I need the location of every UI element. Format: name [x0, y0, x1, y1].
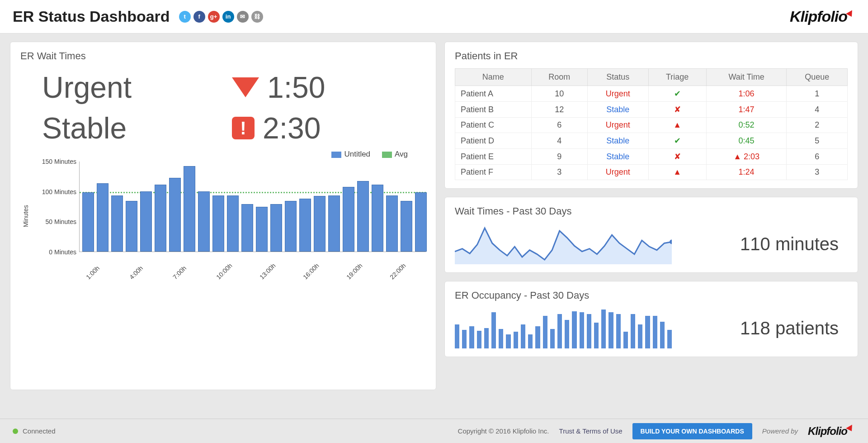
chart-xaxis: 1:00h4:00h7:00h10:00h13:00h16:00h19:00h2… — [78, 270, 426, 297]
table-row: Patient D4Stable✔0:455 — [455, 133, 848, 149]
occupancy-card: ER Occupancy - Past 30 Days 118 patients — [444, 281, 858, 357]
brand-triangle-icon — [846, 424, 855, 433]
twitter-icon[interactable]: t — [179, 11, 191, 23]
spark-wait-title: Wait Times - Past 30 Days — [455, 205, 848, 217]
mini-bar — [594, 323, 599, 348]
bar — [343, 187, 354, 252]
mini-bar — [499, 329, 503, 348]
bar — [126, 201, 137, 252]
mini-bar — [623, 332, 628, 348]
mini-bar — [645, 316, 650, 348]
mini-bar — [601, 310, 606, 348]
chart-legend: Untitled Avg — [20, 150, 408, 159]
bar — [212, 195, 224, 252]
footer: Connected Copyright © 2016 Klipfolio Inc… — [0, 419, 868, 443]
table-row: Patient F3Urgent▲1:243 — [455, 165, 848, 180]
powered-by-label: Powered by — [762, 427, 798, 435]
urgent-label: Urgent — [42, 70, 232, 105]
urgent-value: 1:50 — [232, 70, 426, 105]
column-header: Wait Time — [706, 69, 787, 86]
column-header: Queue — [787, 69, 848, 86]
sparkline-chart — [455, 224, 672, 264]
topbar: ER Status Dashboard t f g+ in ✉ ⛓ Klipfo… — [0, 0, 868, 33]
bar — [241, 204, 253, 252]
mini-bar — [660, 322, 665, 348]
column-header: Room — [531, 69, 587, 86]
link-icon[interactable]: ⛓ — [251, 11, 263, 23]
brand-logo: Klipfolio — [790, 8, 855, 25]
bar — [256, 207, 268, 252]
mini-bar — [469, 326, 474, 348]
spark-wait-value: 110 minutes — [740, 234, 839, 254]
bar — [111, 195, 123, 252]
mini-bar — [667, 330, 672, 348]
bar — [415, 192, 427, 252]
patients-title: Patients in ER — [455, 50, 848, 62]
stable-label: Stable — [42, 111, 232, 145]
mini-bar — [543, 316, 547, 348]
mini-bar — [616, 314, 621, 348]
bar — [386, 195, 398, 252]
share-icons: t f g+ in ✉ ⛓ — [179, 11, 263, 23]
footer-brand-logo: Klipfolio — [808, 425, 855, 438]
mini-bar — [550, 329, 555, 348]
column-header: Status — [587, 69, 648, 86]
mini-bar — [535, 326, 540, 348]
bar — [169, 178, 181, 252]
stable-value: ! 2:30 — [232, 111, 426, 145]
googleplus-icon[interactable]: g+ — [208, 11, 220, 23]
terms-link[interactable]: Trust & Terms of Use — [559, 427, 623, 435]
bar — [184, 166, 195, 252]
bar — [270, 204, 282, 252]
table-row: Patient B12Stable✘1:474 — [455, 102, 848, 118]
bar — [227, 195, 239, 252]
table-row: Patient C6Urgent▲0:522 — [455, 118, 848, 133]
brand-triangle-icon — [846, 10, 855, 18]
mini-bar — [580, 312, 584, 348]
connected-dot-icon — [13, 429, 18, 434]
spark-wait-card: Wait Times - Past 30 Days 110 minutes — [444, 197, 858, 273]
table-row: Patient A10Urgent✔1:061 — [455, 86, 848, 102]
mini-bar — [477, 331, 481, 348]
bar — [357, 181, 369, 252]
page-title: ER Status Dashboard — [13, 8, 170, 25]
bar — [285, 201, 297, 252]
patients-card: Patients in ER NameRoomStatusTriageWait … — [444, 42, 858, 189]
bar — [314, 196, 326, 252]
copyright-text: Copyright © 2016 Klipfolio Inc. — [458, 427, 549, 435]
linkedin-icon[interactable]: in — [222, 11, 234, 23]
bar — [198, 191, 210, 252]
column-header: Triage — [648, 69, 706, 86]
connected-label: Connected — [23, 427, 56, 435]
bar — [155, 185, 166, 252]
cta-button[interactable]: BUILD YOUR OWN DASHBOARDS — [632, 423, 752, 439]
facebook-icon[interactable]: f — [193, 11, 205, 23]
mini-bar — [565, 320, 569, 348]
exclamation-icon: ! — [232, 117, 255, 139]
bar — [372, 185, 383, 252]
mini-bar — [506, 334, 510, 348]
mini-bar — [609, 312, 613, 348]
patients-table: NameRoomStatusTriageWait TimeQueue Patie… — [455, 68, 848, 180]
table-row: Patient E9Stable✘▲ 2:036 — [455, 149, 848, 165]
mini-bar — [521, 324, 525, 348]
column-header: Name — [455, 69, 532, 86]
bar — [328, 195, 340, 252]
mini-bar — [528, 334, 533, 348]
wait-times-barchart: Minutes 0 Minutes50 Minutes100 Minutes15… — [20, 162, 426, 270]
occupancy-barchart — [455, 308, 672, 348]
mini-bar — [484, 328, 489, 348]
bar — [82, 192, 94, 252]
mini-bar — [572, 311, 576, 348]
mini-bar — [557, 314, 562, 348]
mini-bar — [587, 314, 591, 348]
wait-times-card: ER Wait Times Urgent 1:50 Stable ! 2:30 … — [10, 42, 436, 390]
bar — [299, 199, 311, 252]
mini-bar — [514, 332, 518, 348]
mini-bar — [455, 324, 459, 348]
mini-bar — [491, 312, 496, 348]
bar — [140, 191, 152, 252]
email-icon[interactable]: ✉ — [237, 11, 249, 23]
triangle-down-icon — [232, 77, 259, 97]
occupancy-title: ER Occupancy - Past 30 Days — [455, 290, 848, 301]
